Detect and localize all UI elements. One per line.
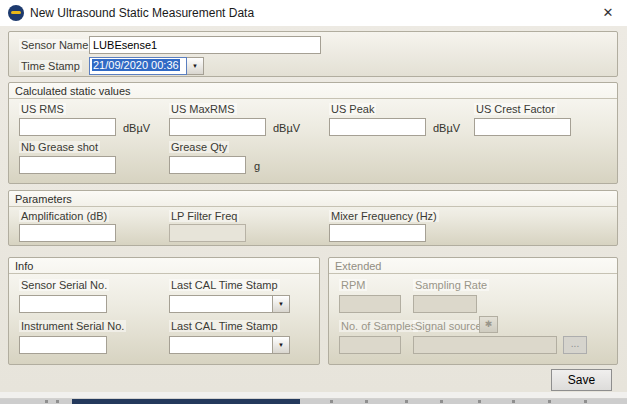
sensor-name-label: Sensor Name bbox=[19, 39, 90, 51]
parameters-group-title: Parameters bbox=[15, 193, 72, 205]
sampling-rate-label: Sampling Rate bbox=[413, 279, 489, 291]
background-navy-segment bbox=[72, 399, 300, 404]
calculated-group-title: Calculated static values bbox=[15, 85, 131, 97]
last-cal-1-dropdown-arrow-icon[interactable]: ▼ bbox=[273, 295, 290, 313]
sensor-serial-label: Sensor Serial No. bbox=[19, 279, 109, 291]
last-cal-timestamp-1-label: Last CAL Time Stamp bbox=[169, 279, 280, 291]
us-rms-label: US RMS bbox=[19, 103, 66, 115]
time-stamp-dropdown-arrow-icon[interactable]: ▼ bbox=[187, 57, 204, 75]
us-maxrms-input[interactable] bbox=[169, 118, 266, 136]
instrument-serial-input[interactable] bbox=[19, 336, 107, 354]
background-dash bbox=[56, 400, 59, 403]
background-dash bbox=[440, 400, 443, 403]
signal-source-label: Signal source bbox=[413, 320, 484, 332]
us-peak-label: US Peak bbox=[329, 103, 376, 115]
info-group-title: Info bbox=[15, 260, 33, 272]
grease-qty-label: Grease Qty bbox=[169, 141, 229, 153]
last-cal-timestamp-2-field[interactable] bbox=[169, 336, 273, 354]
background-dash bbox=[365, 400, 368, 403]
nb-grease-shot-input[interactable] bbox=[19, 156, 116, 174]
last-cal-timestamp-1-field[interactable] bbox=[169, 295, 273, 313]
us-peak-input[interactable] bbox=[329, 118, 426, 136]
group-caption-divider bbox=[329, 273, 617, 274]
background-dash bbox=[405, 400, 408, 403]
group-extended: Extended RPM Sampling Rate No. of Sample… bbox=[328, 257, 618, 365]
background-dash bbox=[45, 400, 48, 403]
background-window-band bbox=[0, 399, 627, 404]
no-of-samples-input bbox=[339, 336, 401, 354]
lp-filter-freq-input bbox=[169, 224, 246, 242]
background-dash bbox=[330, 400, 333, 403]
lp-filter-freq-label: LP Filter Freq bbox=[169, 210, 239, 222]
us-maxrms-unit: dBµV bbox=[273, 122, 300, 134]
extended-group-title: Extended bbox=[335, 260, 381, 272]
us-rms-input[interactable] bbox=[19, 118, 116, 136]
time-stamp-field[interactable]: 21/09/2020 00:36 bbox=[89, 57, 187, 75]
title-bar: New Ultrasound Static Measurement Data ✕ bbox=[0, 0, 627, 26]
mixer-frequency-input[interactable] bbox=[329, 224, 426, 242]
window-title: New Ultrasound Static Measurement Data bbox=[30, 6, 254, 20]
rpm-label: RPM bbox=[339, 279, 367, 291]
sampling-rate-input bbox=[413, 295, 477, 313]
instrument-serial-label: Instrument Serial No. bbox=[19, 320, 126, 332]
close-icon[interactable]: ✕ bbox=[594, 3, 622, 23]
last-cal-2-dropdown-arrow-icon[interactable]: ▼ bbox=[273, 336, 290, 354]
nb-grease-shot-label: Nb Grease shot bbox=[19, 141, 100, 153]
grease-qty-input[interactable] bbox=[169, 156, 246, 174]
group-parameters: Parameters Amplification (dB) LP Filter … bbox=[8, 190, 618, 246]
sensor-name-input[interactable] bbox=[89, 36, 321, 54]
us-rms-unit: dBµV bbox=[123, 122, 150, 134]
signal-source-browse-button: ... bbox=[563, 336, 587, 354]
group-info: Info Sensor Serial No. Last CAL Time Sta… bbox=[8, 257, 320, 365]
signal-source-input bbox=[413, 336, 557, 354]
background-dash bbox=[478, 400, 481, 403]
group-caption-divider bbox=[9, 98, 617, 99]
no-of-samples-label: No. of Samples bbox=[339, 320, 418, 332]
time-stamp-label: Time Stamp bbox=[19, 60, 82, 72]
last-cal-timestamp-2-label: Last CAL Time Stamp bbox=[169, 320, 280, 332]
background-dash bbox=[512, 400, 515, 403]
amplification-label: Amplification (dB) bbox=[19, 210, 109, 222]
grease-qty-unit: g bbox=[254, 160, 260, 172]
group-calculated-static-values: Calculated static values US RMS dBµV US … bbox=[8, 82, 618, 184]
background-window-strip bbox=[0, 392, 627, 404]
time-stamp-combobox[interactable]: 21/09/2020 00:36 ▼ bbox=[89, 57, 204, 75]
group-caption-divider bbox=[9, 206, 617, 207]
last-cal-timestamp-1-combobox[interactable]: ▼ bbox=[169, 295, 290, 313]
app-logo-icon bbox=[8, 5, 24, 21]
last-cal-timestamp-2-combobox[interactable]: ▼ bbox=[169, 336, 290, 354]
time-stamp-value: 21/09/2020 00:36 bbox=[92, 59, 180, 71]
dialog-window: New Ultrasound Static Measurement Data ✕… bbox=[0, 0, 627, 404]
amplification-input[interactable] bbox=[19, 224, 116, 242]
us-crest-factor-label: US Crest Factor bbox=[474, 103, 557, 115]
group-caption-divider bbox=[9, 273, 319, 274]
background-dash bbox=[584, 400, 587, 403]
header-panel: Sensor Name Time Stamp 21/09/2020 00:36 … bbox=[8, 31, 618, 77]
mixer-frequency-label: Mixer Frequency (Hz) bbox=[329, 210, 439, 222]
us-crest-factor-input[interactable] bbox=[474, 118, 571, 136]
us-maxrms-label: US MaxRMS bbox=[169, 103, 237, 115]
save-button[interactable]: Save bbox=[551, 369, 612, 391]
us-peak-unit: dBµV bbox=[433, 122, 460, 134]
background-dash bbox=[548, 400, 551, 403]
signal-source-picker-icon: ✱ bbox=[479, 316, 498, 333]
rpm-input bbox=[339, 295, 401, 313]
sensor-serial-input[interactable] bbox=[19, 295, 107, 313]
